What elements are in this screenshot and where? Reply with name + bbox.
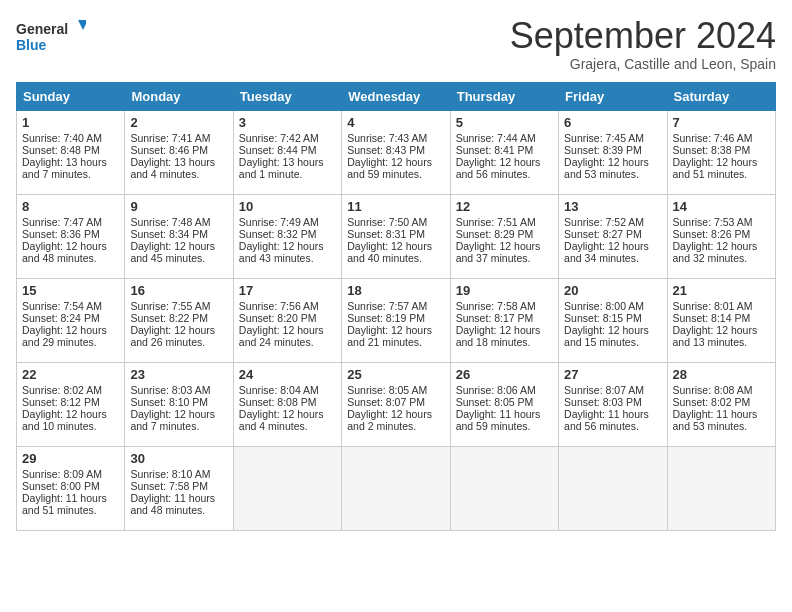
sunrise-label: Sunrise: 7:51 AM xyxy=(456,216,536,228)
calendar-day-cell xyxy=(667,446,775,530)
day-number: 12 xyxy=(456,199,553,214)
day-number: 8 xyxy=(22,199,119,214)
header-thursday: Thursday xyxy=(450,82,558,110)
page-header: General Blue September 2024 Grajera, Cas… xyxy=(16,16,776,72)
day-number: 15 xyxy=(22,283,119,298)
day-number: 16 xyxy=(130,283,227,298)
calendar-day-cell: 1 Sunrise: 7:40 AM Sunset: 8:48 PM Dayli… xyxy=(17,110,125,194)
title-area: September 2024 Grajera, Castille and Leo… xyxy=(510,16,776,72)
sunrise-label: Sunrise: 7:53 AM xyxy=(673,216,753,228)
calendar-day-cell: 22 Sunrise: 8:02 AM Sunset: 8:12 PM Dayl… xyxy=(17,362,125,446)
logo: General Blue xyxy=(16,16,86,56)
sunrise-label: Sunrise: 8:08 AM xyxy=(673,384,753,396)
sunset-label: Sunset: 8:14 PM xyxy=(673,312,751,324)
day-number: 22 xyxy=(22,367,119,382)
sunset-label: Sunset: 8:19 PM xyxy=(347,312,425,324)
calendar-day-cell: 5 Sunrise: 7:44 AM Sunset: 8:41 PM Dayli… xyxy=(450,110,558,194)
day-number: 14 xyxy=(673,199,770,214)
daylight-label: Daylight: 13 hours and 4 minutes. xyxy=(130,156,215,180)
sunset-label: Sunset: 8:46 PM xyxy=(130,144,208,156)
calendar-day-cell: 15 Sunrise: 7:54 AM Sunset: 8:24 PM Dayl… xyxy=(17,278,125,362)
day-number: 9 xyxy=(130,199,227,214)
day-number: 21 xyxy=(673,283,770,298)
sunset-label: Sunset: 8:10 PM xyxy=(130,396,208,408)
calendar-day-cell: 27 Sunrise: 8:07 AM Sunset: 8:03 PM Dayl… xyxy=(559,362,667,446)
calendar-day-cell: 30 Sunrise: 8:10 AM Sunset: 7:58 PM Dayl… xyxy=(125,446,233,530)
day-number: 18 xyxy=(347,283,444,298)
sunrise-label: Sunrise: 7:57 AM xyxy=(347,300,427,312)
svg-text:General: General xyxy=(16,21,68,37)
sunset-label: Sunset: 8:02 PM xyxy=(673,396,751,408)
daylight-label: Daylight: 12 hours and 37 minutes. xyxy=(456,240,541,264)
calendar-day-cell xyxy=(233,446,341,530)
sunrise-label: Sunrise: 7:48 AM xyxy=(130,216,210,228)
sunset-label: Sunset: 8:12 PM xyxy=(22,396,100,408)
daylight-label: Daylight: 12 hours and 56 minutes. xyxy=(456,156,541,180)
daylight-label: Daylight: 12 hours and 4 minutes. xyxy=(239,408,324,432)
sunset-label: Sunset: 8:29 PM xyxy=(456,228,534,240)
svg-marker-2 xyxy=(78,20,86,30)
daylight-label: Daylight: 12 hours and 40 minutes. xyxy=(347,240,432,264)
calendar-day-cell: 24 Sunrise: 8:04 AM Sunset: 8:08 PM Dayl… xyxy=(233,362,341,446)
header-monday: Monday xyxy=(125,82,233,110)
day-number: 24 xyxy=(239,367,336,382)
sunset-label: Sunset: 8:41 PM xyxy=(456,144,534,156)
calendar-day-cell xyxy=(559,446,667,530)
sunrise-label: Sunrise: 7:45 AM xyxy=(564,132,644,144)
calendar-day-cell: 9 Sunrise: 7:48 AM Sunset: 8:34 PM Dayli… xyxy=(125,194,233,278)
sunrise-label: Sunrise: 7:55 AM xyxy=(130,300,210,312)
daylight-label: Daylight: 11 hours and 56 minutes. xyxy=(564,408,649,432)
sunrise-label: Sunrise: 7:52 AM xyxy=(564,216,644,228)
calendar-day-cell: 8 Sunrise: 7:47 AM Sunset: 8:36 PM Dayli… xyxy=(17,194,125,278)
sunset-label: Sunset: 8:00 PM xyxy=(22,480,100,492)
calendar-day-cell: 20 Sunrise: 8:00 AM Sunset: 8:15 PM Dayl… xyxy=(559,278,667,362)
sunrise-label: Sunrise: 8:03 AM xyxy=(130,384,210,396)
calendar-header-row: Sunday Monday Tuesday Wednesday Thursday… xyxy=(17,82,776,110)
sunset-label: Sunset: 8:15 PM xyxy=(564,312,642,324)
sunset-label: Sunset: 8:22 PM xyxy=(130,312,208,324)
sunset-label: Sunset: 8:32 PM xyxy=(239,228,317,240)
calendar-day-cell: 6 Sunrise: 7:45 AM Sunset: 8:39 PM Dayli… xyxy=(559,110,667,194)
daylight-label: Daylight: 12 hours and 43 minutes. xyxy=(239,240,324,264)
sunrise-label: Sunrise: 8:10 AM xyxy=(130,468,210,480)
calendar-day-cell: 28 Sunrise: 8:08 AM Sunset: 8:02 PM Dayl… xyxy=(667,362,775,446)
daylight-label: Daylight: 12 hours and 34 minutes. xyxy=(564,240,649,264)
calendar-day-cell: 25 Sunrise: 8:05 AM Sunset: 8:07 PM Dayl… xyxy=(342,362,450,446)
daylight-label: Daylight: 12 hours and 7 minutes. xyxy=(130,408,215,432)
calendar-day-cell: 29 Sunrise: 8:09 AM Sunset: 8:00 PM Dayl… xyxy=(17,446,125,530)
sunset-label: Sunset: 8:17 PM xyxy=(456,312,534,324)
daylight-label: Daylight: 11 hours and 59 minutes. xyxy=(456,408,541,432)
svg-text:Blue: Blue xyxy=(16,37,47,53)
calendar-day-cell: 16 Sunrise: 7:55 AM Sunset: 8:22 PM Dayl… xyxy=(125,278,233,362)
day-number: 4 xyxy=(347,115,444,130)
calendar-week-row: 29 Sunrise: 8:09 AM Sunset: 8:00 PM Dayl… xyxy=(17,446,776,530)
daylight-label: Daylight: 11 hours and 53 minutes. xyxy=(673,408,758,432)
calendar-week-row: 8 Sunrise: 7:47 AM Sunset: 8:36 PM Dayli… xyxy=(17,194,776,278)
calendar-day-cell xyxy=(450,446,558,530)
sunset-label: Sunset: 8:44 PM xyxy=(239,144,317,156)
header-tuesday: Tuesday xyxy=(233,82,341,110)
calendar-week-row: 22 Sunrise: 8:02 AM Sunset: 8:12 PM Dayl… xyxy=(17,362,776,446)
day-number: 2 xyxy=(130,115,227,130)
day-number: 23 xyxy=(130,367,227,382)
header-wednesday: Wednesday xyxy=(342,82,450,110)
daylight-label: Daylight: 12 hours and 29 minutes. xyxy=(22,324,107,348)
daylight-label: Daylight: 12 hours and 21 minutes. xyxy=(347,324,432,348)
sunset-label: Sunset: 8:07 PM xyxy=(347,396,425,408)
sunrise-label: Sunrise: 7:40 AM xyxy=(22,132,102,144)
calendar-day-cell: 26 Sunrise: 8:06 AM Sunset: 8:05 PM Dayl… xyxy=(450,362,558,446)
calendar-day-cell: 11 Sunrise: 7:50 AM Sunset: 8:31 PM Dayl… xyxy=(342,194,450,278)
daylight-label: Daylight: 12 hours and 45 minutes. xyxy=(130,240,215,264)
day-number: 3 xyxy=(239,115,336,130)
sunrise-label: Sunrise: 7:58 AM xyxy=(456,300,536,312)
calendar-day-cell: 4 Sunrise: 7:43 AM Sunset: 8:43 PM Dayli… xyxy=(342,110,450,194)
day-number: 11 xyxy=(347,199,444,214)
daylight-label: Daylight: 12 hours and 24 minutes. xyxy=(239,324,324,348)
sunset-label: Sunset: 8:36 PM xyxy=(22,228,100,240)
sunrise-label: Sunrise: 7:46 AM xyxy=(673,132,753,144)
sunset-label: Sunset: 8:08 PM xyxy=(239,396,317,408)
sunrise-label: Sunrise: 7:49 AM xyxy=(239,216,319,228)
sunrise-label: Sunrise: 8:07 AM xyxy=(564,384,644,396)
sunrise-label: Sunrise: 8:06 AM xyxy=(456,384,536,396)
daylight-label: Daylight: 12 hours and 32 minutes. xyxy=(673,240,758,264)
